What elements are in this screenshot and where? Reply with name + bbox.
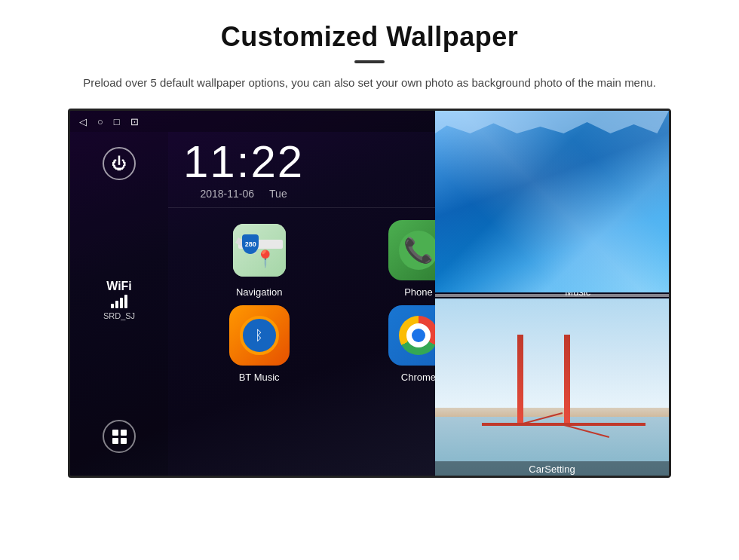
bt-icon-box: ᛒ — [229, 305, 290, 366]
wallpaper-ice-cave[interactable] — [435, 111, 669, 292]
main-area: ⏻ WiFi SRD_SJ — [70, 132, 669, 476]
wifi-info: WiFi SRD_SJ — [103, 280, 135, 320]
bridge-sky — [435, 298, 669, 408]
page-title: Customized Wallpaper — [0, 0, 739, 53]
wifi-label: WiFi — [103, 280, 135, 293]
chrome-center-dot — [412, 329, 425, 342]
thumb-divider — [435, 294, 669, 297]
home-icon[interactable]: ○ — [97, 116, 103, 127]
recent-icon[interactable]: □ — [114, 116, 120, 127]
wifi-bars — [103, 296, 135, 308]
navigation-icon-box: 280 📍 — [229, 220, 290, 280]
left-sidebar: ⏻ WiFi SRD_SJ — [70, 132, 168, 476]
bridge-tower-1 — [517, 335, 523, 426]
nav-pin: 📍 — [255, 249, 275, 269]
chrome-outer-ring — [399, 316, 438, 355]
nav-map: 280 📍 — [233, 224, 286, 277]
bluetooth-icon: ᛒ — [255, 328, 263, 344]
screenshot-icon[interactable]: ⊡ — [130, 116, 139, 127]
phone-circle: 📞 — [399, 231, 438, 270]
bridge-tower-2 — [564, 335, 570, 426]
nav-label: Navigation — [236, 286, 282, 298]
apps-grid-icon — [112, 430, 127, 444]
power-icon: ⏻ — [112, 155, 127, 173]
btmusic-label: BT Music — [239, 372, 280, 383]
chrome-label: Chrome — [401, 372, 436, 383]
ice-overlay — [435, 111, 669, 292]
wifi-bar-3 — [120, 298, 123, 308]
clock-date-value: 2018-11-06 — [200, 188, 254, 200]
title-divider — [354, 60, 385, 63]
wifi-bar-4 — [124, 295, 127, 308]
clock-day-value: Tue — [269, 188, 287, 200]
page-subtitle: Preload over 5 default wallpaper options… — [83, 74, 656, 92]
clock-time: 11:22 — [183, 139, 304, 185]
device-wrapper: ◁ ○ □ ⊡ ⬦ ▾ 11:22 ⏻ WiFi — [0, 109, 739, 478]
clock-date: 2018-11-06 Tue — [183, 188, 304, 200]
wallpaper-thumbnails: CarSetting — [435, 111, 669, 478]
android-screen: ◁ ○ □ ⊡ ⬦ ▾ 11:22 ⏻ WiFi — [68, 109, 671, 478]
app-navigation[interactable]: 280 📍 Navigation — [183, 220, 335, 298]
chrome-middle-ring — [406, 323, 431, 347]
wifi-bar-1 — [111, 304, 114, 308]
clock-widget: 11:22 2018-11-06 Tue — [183, 139, 304, 200]
apps-button[interactable] — [103, 420, 136, 453]
carsetting-label[interactable]: CarSetting — [435, 461, 669, 477]
power-button[interactable]: ⏻ — [103, 147, 136, 180]
phone-label: Phone — [404, 286, 433, 298]
wifi-bar-2 — [115, 301, 118, 308]
app-btmusic[interactable]: ᛒ BT Music — [183, 305, 335, 383]
wifi-ssid: SRD_SJ — [103, 311, 135, 320]
back-icon[interactable]: ◁ — [79, 116, 87, 127]
bt-circle: ᛒ — [240, 316, 279, 355]
status-left: ◁ ○ □ ⊡ — [79, 116, 139, 127]
phone-symbol: 📞 — [403, 236, 434, 265]
wallpaper-golden-gate[interactable]: CarSetting — [435, 298, 669, 478]
